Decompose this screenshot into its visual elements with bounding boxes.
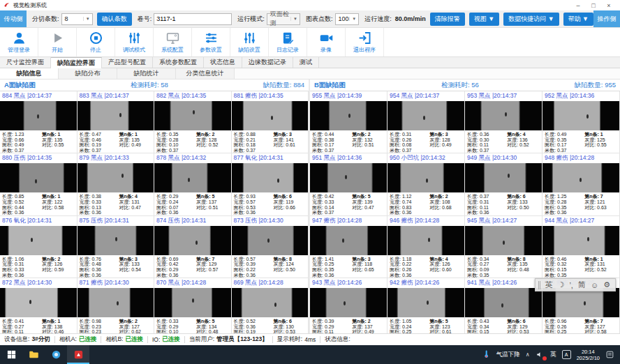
- defect-cell[interactable]: 875 压伤 |20:14:31 长度: 0.76宽度: 0.48面积: 0.3…: [78, 216, 155, 278]
- ime-emoji-icon[interactable]: ☺: [591, 281, 598, 289]
- defect-thumbnail: [154, 163, 231, 192]
- ime-settings-gear-icon[interactable]: ⚙: [603, 280, 610, 289]
- ribbon-button-defect-sliders[interactable]: 缺陷设置: [230, 28, 269, 56]
- panel-title: A面缺陷图: [4, 81, 36, 90]
- defect-cell[interactable]: 946 擦伤 |20:14:28 长度: 1.18宽度: 0.22面积: 0.2…: [388, 216, 465, 278]
- tab-2[interactable]: 产品型号配置: [102, 57, 153, 68]
- defect-contrast: 对比: 0.59: [42, 267, 75, 273]
- defect-strip: 第n条: 8: [273, 257, 306, 262]
- chart-points-select[interactable]: 100▼: [335, 13, 360, 25]
- ribbon-button-monitor[interactable]: 系统配置: [154, 28, 192, 56]
- defect-cell[interactable]: 879 黑点 |20:14:33 长度: 0.38宽度: 0.33面积: 0.1…: [78, 153, 155, 215]
- ribbon-button-user[interactable]: 管理登录: [0, 28, 38, 56]
- defect-cell[interactable]: 872 黑点 |20:14:30 长度: 0.41宽度: 0.27面积: 0.1…: [0, 278, 78, 340]
- inspection-app-button[interactable]: [67, 345, 89, 364]
- ribbon-button-exit[interactable]: 退出程序: [346, 28, 384, 56]
- minimize-button[interactable]: –: [570, 2, 586, 9]
- defect-area: 面积: 0.22: [234, 267, 274, 273]
- ribbon-button-params-sliders[interactable]: 参数设置: [192, 28, 230, 56]
- run-mode-select[interactable]: 双面检测▼: [267, 13, 300, 25]
- clear-alarm-button[interactable]: 清除报警: [430, 13, 465, 26]
- defect-cell[interactable]: 952 黑点 |20:14:36 长度: 0.49宽度: 0.35面积: 0.1…: [542, 91, 620, 153]
- tab-1[interactable]: 缺陷监控界面: [51, 57, 102, 68]
- tab-4[interactable]: 状态信息: [204, 57, 242, 68]
- defect-cell[interactable]: 871 擦伤 |20:14:30 长度: 0.98宽度: 0.23面积: 0.2…: [78, 278, 155, 340]
- subtab-2[interactable]: 缺陷统计: [117, 68, 176, 79]
- defect-cell-title: 946 擦伤 |20:14:28: [388, 216, 464, 225]
- tray-expand-chevron-icon[interactable]: ∧: [526, 351, 530, 358]
- tab-3[interactable]: 系统参数配置: [153, 57, 204, 68]
- ime-fullhalf-moon-icon[interactable]: ☽: [558, 280, 565, 289]
- slit-count-select[interactable]: 8▼: [61, 13, 93, 25]
- close-button[interactable]: ×: [601, 2, 617, 9]
- defect-cell[interactable]: 883 黑点 |20:14:37 长度: 0.47宽度: 0.46面积: 0.1…: [78, 91, 155, 153]
- taskbar-clock[interactable]: 20:14 2025/2/10: [577, 349, 600, 361]
- defect-gray: 灰度: 122: [42, 199, 75, 205]
- ime-lang-toggle[interactable]: 英: [545, 280, 553, 290]
- defect-cell[interactable]: 947 擦伤 |20:14:28 长度: 1.41宽度: 0.25面积: 0.3…: [310, 216, 388, 278]
- alert-badge: [542, 356, 547, 361]
- main-tabs: 尺寸监控界面缺陷监控界面产品型号配置系统参数配置状态信息边缘数据记录测试: [0, 57, 620, 68]
- defect-cell[interactable]: 944 黑点 |20:14:27 长度: 0.46宽度: 0.32面积: 0.1…: [542, 216, 620, 278]
- defect-cell[interactable]: 874 压伤 |20:14:31 长度: 0.69宽度: 0.42面积: 0.2…: [154, 216, 232, 278]
- ime-simplified-toggle[interactable]: 简: [578, 280, 586, 290]
- ime-drag-handle[interactable]: [538, 281, 540, 289]
- operate-side-button[interactable]: 操作侧: [593, 10, 620, 27]
- start-button[interactable]: [0, 345, 22, 364]
- maximize-button[interactable]: □: [586, 2, 601, 9]
- tab-6[interactable]: 测试: [293, 57, 319, 68]
- defect-panel-b: B面缺陷图 检测耗时: 56 缺陷数量: 955 955 黑点 |20:14:3…: [310, 79, 620, 333]
- defect-cell[interactable]: 950 小凹坑 |20:14:32 长度: 1.12宽度: 0.74面积: 0.…: [388, 153, 465, 215]
- defect-cell[interactable]: 881 擦伤 |20:14:35 长度: 0.88宽度: 0.21面积: 0.1…: [232, 91, 309, 153]
- speed-value: 80.0m/min: [395, 15, 426, 22]
- ime-punctuation-toggle[interactable]: ’,: [569, 281, 573, 289]
- volume-button[interactable]: [536, 350, 545, 359]
- ribbon-button-log[interactable]: 日志记录: [269, 28, 307, 56]
- defect-cell[interactable]: 880 压伤 |20:14:35 长度: 0.85宽度: 0.52面积: 0.4…: [0, 153, 78, 215]
- defect-cell[interactable]: 873 压伤 |20:14:30 长度: 0.57宽度: 0.39面积: 0.2…: [232, 216, 309, 278]
- defect-cell[interactable]: 876 氧化 |20:14:31 长度: 1.06宽度: 0.31面积: 0.3…: [0, 216, 78, 278]
- defect-cell[interactable]: 877 氧化 |20:14:31 长度: 0.93宽度: 0.57面积: 0.5…: [232, 153, 309, 215]
- defect-cell[interactable]: 954 黑点 |20:14:37 长度: 0.31宽度: 0.26面积: 0.0…: [388, 91, 465, 153]
- ribbon-button-camera[interactable]: 录像: [307, 28, 346, 56]
- subtab-0[interactable]: 缺陷信息: [0, 68, 59, 79]
- file-explorer-button[interactable]: [22, 345, 45, 364]
- view-menu-button[interactable]: 视图 ▼: [469, 13, 499, 26]
- weather-text[interactable]: 气温下降: [496, 351, 520, 359]
- defect-cell[interactable]: 882 黑点 |20:14:35 长度: 0.35宽度: 0.28面积: 0.1…: [154, 91, 232, 153]
- roll-number-input[interactable]: [154, 13, 232, 25]
- defect-cell-title: 869 黑点 |20:14:28: [232, 278, 309, 287]
- defect-meter: 米数: 0.36: [390, 210, 429, 215]
- subtab-3[interactable]: 分类信息统计: [176, 68, 235, 79]
- defect-cell[interactable]: 869 黑点 |20:14:28 长度: 0.52宽度: 0.36面积: 0.1…: [232, 278, 309, 340]
- tab-0[interactable]: 尺寸监控界面: [0, 57, 51, 68]
- defect-cell[interactable]: 951 黑点 |20:14:36 长度: 0.42宽度: 0.33面积: 0.1…: [310, 153, 388, 215]
- current-user-label: 当前用户:: [189, 335, 214, 344]
- defect-mark: [274, 303, 276, 307]
- defect-cell[interactable]: 953 黑点 |20:14:37 长度: 0.36宽度: 0.30面积: 0.1…: [465, 91, 542, 153]
- ime-mode-icon[interactable]: A: [562, 350, 571, 359]
- input-language-indicator[interactable]: 英: [550, 350, 556, 359]
- defect-cell[interactable]: 870 黑点 |20:14:28 长度: 0.33宽度: 0.29面积: 0.1…: [154, 278, 232, 340]
- ribbon-button-play[interactable]: 开始: [38, 28, 77, 56]
- defect-cell[interactable]: 949 黑点 |20:14:30 长度: 0.37宽度: 0.31面积: 0.1…: [465, 153, 542, 215]
- defect-cell[interactable]: 945 黑点 |20:14:27 长度: 0.34宽度: 0.27面积: 0.0…: [465, 216, 542, 278]
- help-menu-button[interactable]: 帮助 ▼: [563, 13, 593, 26]
- defect-cell[interactable]: 884 黑点 |20:14:37 长度: 1.23宽度: 0.66面积: 0.4…: [0, 91, 78, 153]
- subtab-1[interactable]: 缺陷分布: [59, 68, 117, 79]
- notification-icon[interactable]: [605, 350, 614, 359]
- confirm-count-button[interactable]: 确认条数: [97, 13, 132, 26]
- defect-cell[interactable]: 948 擦伤 |20:14:28 长度: 1.25宽度: 0.28面积: 0.3…: [542, 153, 620, 215]
- tab-5[interactable]: 边缘数据记录: [242, 57, 293, 68]
- ribbon-button-debug-sliders[interactable]: 调试模式: [115, 28, 154, 56]
- ribbon-button-stop[interactable]: 停止: [77, 28, 115, 56]
- thermometer-icon[interactable]: [482, 350, 491, 359]
- defect-cell[interactable]: 955 黑点 |20:14:39 长度: 0.44宽度: 0.38面积: 0.1…: [310, 91, 388, 153]
- defect-cell[interactable]: 878 黑点 |20:14:32 长度: 0.29宽度: 0.24面积: 0.0…: [154, 153, 232, 215]
- drive-side-button[interactable]: 传动侧: [0, 10, 27, 27]
- data-quick-access-button[interactable]: 数据快捷访问 ▼: [503, 13, 559, 26]
- browser-button[interactable]: [45, 345, 67, 364]
- defect-cell[interactable]: 943 黑点 |20:14:26 长度: 0.39宽度: 0.29面积: 0.1…: [310, 278, 388, 340]
- defect-cell[interactable]: 942 擦伤 |20:14:26 长度: 1.05宽度: 0.24面积: 0.2…: [388, 278, 465, 340]
- defect-cell[interactable]: 941 黑点 |20:14:26 长度: 0.43宽度: 0.34面积: 0.1…: [465, 278, 542, 340]
